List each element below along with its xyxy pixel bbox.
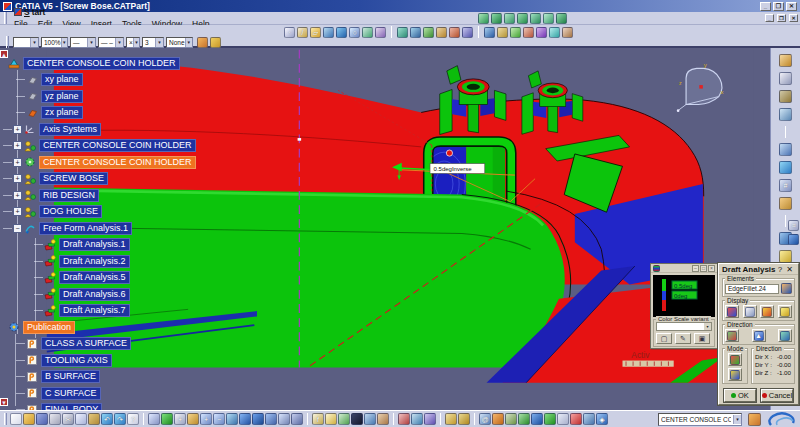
sketch-analysis-icon[interactable] bbox=[779, 108, 792, 121]
inner-glyph-icon[interactable] bbox=[727, 331, 737, 341]
element-selector-button[interactable] bbox=[781, 283, 792, 294]
named-views-icon[interactable] bbox=[265, 413, 277, 425]
powercopy-icon[interactable] bbox=[492, 413, 504, 425]
shaft-icon[interactable]: ○ bbox=[349, 27, 360, 38]
menu-start[interactable]: Start bbox=[9, 6, 215, 18]
tree-item-center-console-coin-holder[interactable]: CENTER CONSOLE COIN HOLDER bbox=[8, 56, 180, 70]
grab-icon[interactable] bbox=[377, 413, 389, 425]
tree-item-label[interactable]: B SURFACE bbox=[41, 370, 100, 383]
tree-item-label[interactable]: TOOLING AXIS bbox=[41, 354, 112, 367]
curve-analysis-icon[interactable] bbox=[779, 143, 792, 156]
color-scale-titlebar[interactable]: – □ × bbox=[651, 264, 717, 273]
light-effect-button[interactable] bbox=[778, 305, 792, 318]
zoom-in-icon[interactable]: + bbox=[200, 413, 212, 425]
open-folder-icon[interactable] bbox=[23, 413, 35, 425]
wizard-painter-icon[interactable] bbox=[210, 37, 221, 48]
cut-icon[interactable]: ✂ bbox=[62, 413, 74, 425]
update-icon[interactable] bbox=[779, 161, 792, 174]
green-part-icon[interactable] bbox=[544, 413, 556, 425]
analysis-toolbar-icon[interactable] bbox=[530, 13, 541, 24]
full-mode-button[interactable] bbox=[728, 368, 742, 381]
fit-all-icon[interactable] bbox=[161, 413, 173, 425]
tree-item-draft-analysis-2[interactable]: Draft Analysis.2 bbox=[34, 254, 130, 268]
tree-item-label[interactable]: zx plane bbox=[41, 106, 83, 119]
expand-icon[interactable]: + bbox=[13, 158, 22, 167]
tree-item-label[interactable]: Draft Analysis.2 bbox=[59, 255, 130, 268]
quick-mode-button[interactable] bbox=[728, 353, 742, 366]
maximize-button[interactable]: ❐ bbox=[773, 2, 784, 11]
surface-toolbar-icon[interactable] bbox=[491, 13, 502, 24]
tree-item-class-a-surface[interactable]: CLASS A SURFACE bbox=[16, 337, 131, 351]
color-scale-button[interactable] bbox=[725, 305, 739, 318]
pad-icon[interactable] bbox=[336, 27, 347, 38]
tree-item-center-console-coin-holder[interactable]: +CENTER CONSOLE COIN HOLDER bbox=[3, 139, 196, 153]
collapse-icon[interactable]: − bbox=[13, 224, 22, 233]
edit-variant-button[interactable]: ✎ bbox=[675, 333, 691, 344]
split-icon[interactable] bbox=[523, 27, 534, 38]
operations-toolbar-icon[interactable] bbox=[504, 13, 515, 24]
lock-direction-button[interactable] bbox=[778, 329, 792, 342]
quick-view-icon[interactable] bbox=[278, 413, 290, 425]
extrude-icon[interactable] bbox=[397, 27, 408, 38]
maximize-button[interactable]: □ bbox=[700, 265, 707, 272]
save-icon[interactable] bbox=[36, 413, 48, 425]
hide-show-icon[interactable]: ≡ bbox=[788, 220, 799, 231]
pan-icon[interactable]: + bbox=[174, 413, 186, 425]
line-weight-combo[interactable]: —▾ bbox=[70, 37, 96, 48]
translate-axis-icon[interactable] bbox=[398, 413, 410, 425]
tree-item-label[interactable]: SCREW BOSE bbox=[39, 172, 108, 185]
tree-item-label[interactable]: RIB DESIGN bbox=[39, 189, 99, 202]
inner-glyph-icon[interactable] bbox=[730, 355, 740, 365]
copy-icon[interactable] bbox=[75, 413, 87, 425]
tree-item-draft-analysis-6[interactable]: Draft Analysis.6 bbox=[34, 287, 130, 301]
compass-direction-button[interactable] bbox=[725, 329, 739, 342]
zoom-out-icon[interactable]: − bbox=[213, 413, 225, 425]
tree-item-yz-plane[interactable]: yz plane bbox=[16, 89, 83, 103]
comment-icon[interactable] bbox=[325, 413, 337, 425]
constraints-toolbar-icon[interactable] bbox=[543, 13, 554, 24]
normal-view-icon[interactable] bbox=[226, 413, 238, 425]
tree-item-b-surface[interactable]: B SURFACE bbox=[16, 370, 100, 384]
expand-icon[interactable]: + bbox=[13, 125, 22, 134]
sketcher-icon[interactable] bbox=[323, 27, 334, 38]
tree-item-label[interactable]: xy plane bbox=[41, 73, 83, 86]
tree-item-draft-analysis-7[interactable]: Draft Analysis.7 bbox=[34, 304, 130, 318]
tree-item-draft-analysis-1[interactable]: Draft Analysis.1 bbox=[34, 238, 130, 252]
replication-toolbar-icon[interactable] bbox=[517, 13, 528, 24]
tree-item-label[interactable]: Axis Systems bbox=[39, 123, 101, 136]
on-the-fly-button[interactable] bbox=[743, 305, 757, 318]
plane-icon[interactable]: ▱ bbox=[310, 27, 321, 38]
expand-icon[interactable]: + bbox=[13, 174, 22, 183]
select-pointer-icon[interactable] bbox=[779, 72, 792, 85]
tree-item-label[interactable]: Draft Analysis.7 bbox=[59, 304, 130, 317]
light-effect-icon[interactable] bbox=[779, 250, 792, 263]
monitor-icon[interactable] bbox=[351, 413, 363, 425]
axis-system-icon[interactable] bbox=[505, 413, 517, 425]
inner-glyph-icon[interactable] bbox=[730, 370, 740, 380]
paste-icon[interactable] bbox=[88, 413, 100, 425]
tree-scroll-up-icon[interactable]: ▲ bbox=[0, 50, 8, 58]
line-icon[interactable]: / bbox=[297, 27, 308, 38]
tree-item-final-body[interactable]: FINAL BODY bbox=[16, 403, 102, 411]
local-update-icon[interactable] bbox=[518, 413, 530, 425]
spline-icon[interactable] bbox=[362, 27, 373, 38]
mdi-restore-button[interactable]: ❐ bbox=[777, 14, 786, 22]
tree-item-xy-plane[interactable]: xy plane bbox=[16, 73, 83, 87]
boundary-icon[interactable] bbox=[549, 27, 560, 38]
mdi-close-button[interactable]: ✕ bbox=[789, 14, 798, 22]
painter-icon[interactable] bbox=[197, 37, 208, 48]
tree-item-label[interactable]: Draft Analysis.6 bbox=[59, 288, 130, 301]
new-document-icon[interactable] bbox=[10, 413, 22, 425]
arrow-direction-button[interactable]: ▲ bbox=[752, 329, 766, 342]
close-icon[interactable]: ✕ bbox=[784, 265, 795, 274]
untrim-icon[interactable] bbox=[510, 27, 521, 38]
point-symbol-combo[interactable]: ×▾ bbox=[126, 37, 140, 48]
dialog-titlebar[interactable]: Draft Analysis ? ✕ bbox=[719, 264, 798, 275]
save-variant-button[interactable]: ▣ bbox=[694, 333, 710, 344]
tree-item-c-surface[interactable]: C SURFACE bbox=[16, 386, 101, 400]
tree-item-label[interactable]: CENTER CONSOLE COIN HOLDER bbox=[39, 139, 196, 152]
elements-field[interactable]: EdgeFillet.24 bbox=[725, 284, 779, 294]
inner-glyph-icon[interactable] bbox=[780, 307, 790, 317]
tree-item-screw-bose[interactable]: +SCREW BOSE bbox=[3, 172, 108, 186]
mail-icon[interactable]: @ bbox=[479, 413, 491, 425]
